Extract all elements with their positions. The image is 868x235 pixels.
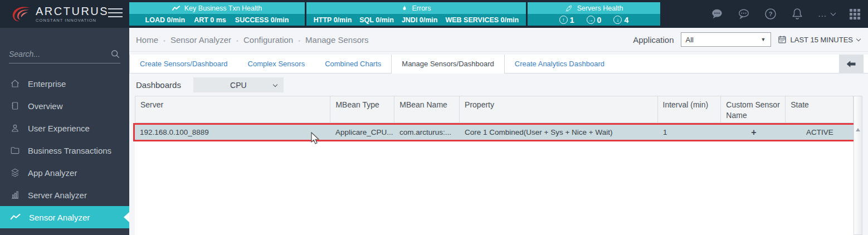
time-range-label: LAST 15 MINUTES xyxy=(791,36,853,44)
calendar-icon xyxy=(778,35,787,44)
servers-warn-count: 0 xyxy=(597,16,602,25)
search-icon[interactable] xyxy=(110,49,120,59)
header-controls: Application All ▼ LAST 15 MINUTES xyxy=(633,32,860,47)
cell-state: ACTIVE xyxy=(786,125,854,140)
arrow-up-icon: ↑ xyxy=(559,16,568,24)
health-panels: Key Business Txn Health LOAD 0/min ART 0… xyxy=(129,2,660,26)
apps-grid-icon[interactable] xyxy=(850,9,860,19)
breadcrumb-manage-sensors[interactable]: Manage Sensors xyxy=(293,35,368,45)
errors-panel[interactable]: Errors HTTP 0/min SQL 0/min JNDI 0/min W… xyxy=(306,2,526,26)
tab-manage-sensors-dashboard[interactable]: Manage Sensors/Dashboard xyxy=(391,55,505,74)
dashboard-select[interactable]: CPU xyxy=(193,77,284,92)
chevron-down-icon xyxy=(831,10,836,16)
sidebar-item-label: Sensor Analyzer xyxy=(29,213,90,222)
dashboards-label: Dashboards xyxy=(136,80,181,90)
servers-health-panel[interactable]: Servers Health ↑ 1 → 0 ↓ 4 xyxy=(528,2,660,26)
hamburger-menu-icon[interactable] xyxy=(108,8,123,17)
metric: WEB SERVICES 0/min xyxy=(445,16,519,24)
top-bar: ARCTURUS CONSTANT INNOVATION Key Busines… xyxy=(0,0,868,28)
metric: SUCCESS 0/min xyxy=(235,16,289,24)
app-title: ARCTURUS xyxy=(36,6,109,17)
time-range-picker[interactable]: LAST 15 MINUTES xyxy=(778,35,860,44)
layers-icon xyxy=(10,168,20,178)
book-icon xyxy=(10,101,20,111)
topbar-actions: ? ... xyxy=(711,0,860,28)
line-chart-icon xyxy=(172,5,181,12)
sensors-table: Server MBean Type MBean Name Property In… xyxy=(135,96,862,235)
add-custom-sensor-name-button[interactable]: + xyxy=(721,125,786,140)
servers-warn-stat: → 0 xyxy=(587,16,602,25)
sidebar-item-server-analyzer[interactable]: Server Analyzer xyxy=(0,184,129,206)
overflow-menu[interactable]: ... xyxy=(818,12,835,16)
metric: LOAD 0/min xyxy=(145,16,186,24)
rocket-icon xyxy=(565,4,573,12)
tab-combined-charts[interactable]: Combined Charts xyxy=(315,55,391,73)
dashboards-row: Dashboards CPU xyxy=(136,77,284,92)
app-subtitle: CONSTANT INNOVATION xyxy=(36,18,109,23)
help-icon[interactable]: ? xyxy=(764,8,777,20)
servers-up-count: 1 xyxy=(570,16,574,25)
application-label: Application xyxy=(633,35,674,45)
panel-title: Key Business Txn Health xyxy=(184,4,262,12)
column-header-interval[interactable]: Interval (min) xyxy=(658,96,721,123)
chevron-down-icon xyxy=(273,82,277,86)
sidebar-item-label: App Analyzer xyxy=(28,168,77,178)
main-content: Home Sensor Analyzer Configuration Manag… xyxy=(129,28,868,235)
metric: JNDI 0/min xyxy=(402,16,438,24)
column-header-custom-sensor-name[interactable]: Custom Sensor Name xyxy=(721,96,786,123)
sidebar-item-label: Business Transactions xyxy=(28,146,111,155)
tab-complex-sensors[interactable]: Complex Sensors xyxy=(238,55,315,73)
sidebar-menu: Enterprise Overview User Experience Busi… xyxy=(0,72,129,228)
servers-down-count: 4 xyxy=(624,16,628,25)
logo: ARCTURUS CONSTANT INNOVATION xyxy=(0,0,129,28)
sidebar-item-overview[interactable]: Overview xyxy=(0,95,129,117)
sidebar-item-user-experience[interactable]: User Experience xyxy=(0,117,129,139)
column-header-mbean-name[interactable]: MBean Name xyxy=(394,96,460,123)
key-business-txn-health-panel[interactable]: Key Business Txn Health LOAD 0/min ART 0… xyxy=(129,2,305,26)
trend-icon xyxy=(10,213,21,222)
breadcrumb-home[interactable]: Home xyxy=(136,35,158,45)
chat-outline-icon[interactable] xyxy=(738,8,750,20)
home-icon xyxy=(10,79,20,89)
sidebar-item-label: Overview xyxy=(28,101,63,111)
column-header-mbean-type[interactable]: MBean Type xyxy=(330,96,394,123)
servers-up-stat: ↑ 1 xyxy=(559,16,574,25)
chat-filled-icon[interactable] xyxy=(711,8,723,20)
servers-down-stat: ↓ 4 xyxy=(613,16,628,25)
cell-property: Core 1 Combined(User + Sys + Nice + Wait… xyxy=(460,125,658,140)
sidebar-item-enterprise[interactable]: Enterprise xyxy=(0,72,129,95)
bell-icon[interactable] xyxy=(791,8,803,20)
tab-create-sensors-dashboard[interactable]: Create Sensors/Dashboard xyxy=(130,55,238,73)
panel-title: Servers Health xyxy=(577,4,623,12)
sidebar-item-business-transactions[interactable]: Business Transactions xyxy=(0,139,129,161)
scroll-up-icon[interactable] xyxy=(856,128,860,131)
folder-icon xyxy=(10,145,20,155)
back-button[interactable] xyxy=(839,55,864,74)
logo-text: ARCTURUS CONSTANT INNOVATION xyxy=(36,6,109,23)
sidebar-item-app-analyzer[interactable]: App Analyzer xyxy=(0,161,129,184)
column-header-property[interactable]: Property xyxy=(460,96,657,123)
breadcrumb-configuration[interactable]: Configuration xyxy=(231,35,293,45)
table-body: 192.168.0.100_8889 Applicare_CPU... com.… xyxy=(135,125,854,235)
cell-mbean-name: com.arcturus:... xyxy=(394,125,460,140)
breadcrumb-sensor-analyzer[interactable]: Sensor Analyzer xyxy=(158,35,231,45)
sidebar-item-label: Server Analyzer xyxy=(28,190,87,200)
table-header: Server MBean Type MBean Name Property In… xyxy=(135,96,854,123)
bar-chart-icon xyxy=(10,190,20,200)
sidebar-item-sensor-analyzer[interactable]: Sensor Analyzer xyxy=(0,206,129,228)
search-input[interactable] xyxy=(9,50,110,58)
svg-text:?: ? xyxy=(769,11,773,17)
tab-create-analytics-dashboard[interactable]: Create Analytics Dashboard xyxy=(505,55,615,73)
table-row[interactable]: 192.168.0.100_8889 Applicare_CPU... com.… xyxy=(135,125,854,140)
tab-bar: Create Sensors/Dashboard Complex Sensors… xyxy=(129,55,868,74)
arrow-down-icon: ↓ xyxy=(613,16,622,24)
table-scrollbar[interactable] xyxy=(854,96,862,235)
arcturus-logo-icon xyxy=(8,3,32,25)
application-select[interactable]: All ▼ xyxy=(681,32,771,47)
chevron-down-icon xyxy=(856,36,861,41)
overflow-icon: ... xyxy=(818,12,827,16)
column-header-state[interactable]: State xyxy=(786,96,853,123)
breadcrumb-row: Home Sensor Analyzer Configuration Manag… xyxy=(129,28,868,52)
back-arrow-icon xyxy=(846,60,857,68)
column-header-server[interactable]: Server xyxy=(135,96,330,123)
